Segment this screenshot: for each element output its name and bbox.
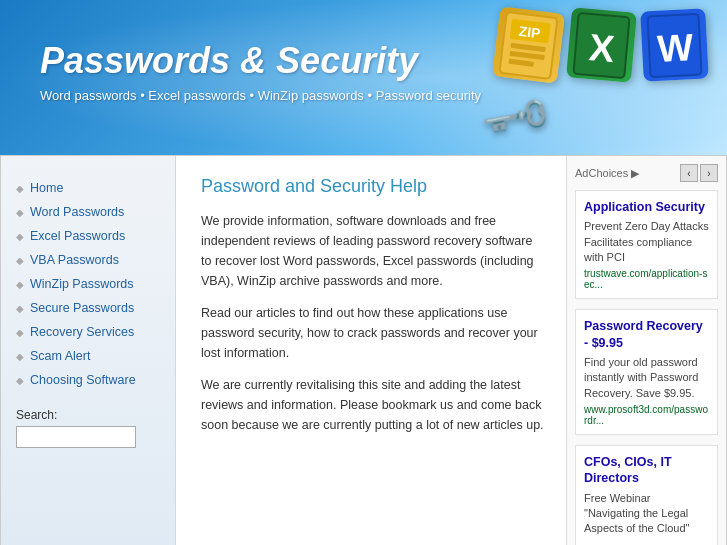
adchoices-bar: AdChoices ▶ ‹ › <box>575 164 718 182</box>
site-subtitle: Word passwords • Excel passwords • WinZi… <box>40 88 481 103</box>
ad-sidebar: AdChoices ▶ ‹ › Application Security Pre… <box>566 156 726 545</box>
bullet-icon: ◆ <box>16 279 24 290</box>
site-title: Passwords & Security <box>40 40 481 82</box>
bullet-icon: ◆ <box>16 255 24 266</box>
zip-icon: ZIP <box>492 6 565 83</box>
sidebar-nav: ◆ Home ◆ Word Passwords ◆ Excel Password… <box>16 176 165 392</box>
word-icon: W <box>640 8 709 81</box>
sidebar-item-choosing-software[interactable]: ◆ Choosing Software <box>16 368 165 392</box>
search-input[interactable] <box>16 426 136 448</box>
svg-text:ZIP: ZIP <box>518 22 542 41</box>
content-paragraph-2: Read our articles to find out how these … <box>201 303 546 363</box>
main-content: Password and Security Help We provide in… <box>176 156 566 545</box>
bullet-icon: ◆ <box>16 183 24 194</box>
sidebar-item-recovery-services[interactable]: ◆ Recovery Services <box>16 320 165 344</box>
sidebar-link-choosing-software[interactable]: Choosing Software <box>30 373 136 387</box>
ad-url-1: trustwave.com/application-sec... <box>584 268 709 290</box>
sidebar-item-word-passwords[interactable]: ◆ Word Passwords <box>16 200 165 224</box>
ad-desc-1: Prevent Zero Day Attacks Facilitates com… <box>584 219 709 265</box>
sidebar-link-winzip-passwords[interactable]: WinZip Passwords <box>30 277 134 291</box>
sidebar-link-secure-passwords[interactable]: Secure Passwords <box>30 301 134 315</box>
ad-desc-3: Free Webinar "Navigating the Legal Aspec… <box>584 491 709 537</box>
bullet-icon: ◆ <box>16 327 24 338</box>
ad-block-2: Password Recovery - $9.95 Find your old … <box>575 309 718 435</box>
sidebar-link-vba-passwords[interactable]: VBA Passwords <box>30 253 119 267</box>
site-header: Passwords & Security Word passwords • Ex… <box>0 0 727 155</box>
svg-text:X: X <box>587 26 617 70</box>
ad-nav-buttons: ‹ › <box>680 164 718 182</box>
sidebar-item-winzip-passwords[interactable]: ◆ WinZip Passwords <box>16 272 165 296</box>
sidebar-link-home[interactable]: Home <box>30 181 63 195</box>
ad-desc-2: Find your old password instantly with Pa… <box>584 355 709 401</box>
header-text-block: Passwords & Security Word passwords • Ex… <box>40 40 481 103</box>
sidebar-link-excel-passwords[interactable]: Excel Passwords <box>30 229 125 243</box>
svg-text:W: W <box>656 26 694 70</box>
bullet-icon: ◆ <box>16 351 24 362</box>
ad-prev-button[interactable]: ‹ <box>680 164 698 182</box>
ad-block-3: CFOs, CIOs, IT Directors Free Webinar "N… <box>575 445 718 545</box>
bullet-icon: ◆ <box>16 303 24 314</box>
ad-title-1[interactable]: Application Security <box>584 199 709 215</box>
excel-icon: X <box>566 7 637 82</box>
search-section: Search: <box>16 408 165 448</box>
ad-block-1: Application Security Prevent Zero Day At… <box>575 190 718 299</box>
sidebar: ◆ Home ◆ Word Passwords ◆ Excel Password… <box>1 156 176 545</box>
header-icons: ZIP X W <box>496 10 707 80</box>
ad-title-3[interactable]: CFOs, CIOs, IT Directors <box>584 454 709 487</box>
bullet-icon: ◆ <box>16 375 24 386</box>
sidebar-link-scam-alert[interactable]: Scam Alert <box>30 349 90 363</box>
ad-next-button[interactable]: › <box>700 164 718 182</box>
search-label: Search: <box>16 408 165 422</box>
content-paragraph-1: We provide information, software downloa… <box>201 211 546 291</box>
ad-title-2[interactable]: Password Recovery - $9.95 <box>584 318 709 351</box>
sidebar-item-excel-passwords[interactable]: ◆ Excel Passwords <box>16 224 165 248</box>
sidebar-item-home[interactable]: ◆ Home <box>16 176 165 200</box>
sidebar-link-recovery-services[interactable]: Recovery Services <box>30 325 134 339</box>
sidebar-item-scam-alert[interactable]: ◆ Scam Alert <box>16 344 165 368</box>
sidebar-link-word-passwords[interactable]: Word Passwords <box>30 205 124 219</box>
main-wrapper: ◆ Home ◆ Word Passwords ◆ Excel Password… <box>0 155 727 545</box>
bullet-icon: ◆ <box>16 207 24 218</box>
content-paragraph-3: We are currently revitalising this site … <box>201 375 546 435</box>
adchoices-label: AdChoices ▶ <box>575 167 639 180</box>
ad-url-2: www.prosoft3d.com/passwordr... <box>584 404 709 426</box>
bullet-icon: ◆ <box>16 231 24 242</box>
content-title: Password and Security Help <box>201 176 546 197</box>
sidebar-item-secure-passwords[interactable]: ◆ Secure Passwords <box>16 296 165 320</box>
sidebar-item-vba-passwords[interactable]: ◆ VBA Passwords <box>16 248 165 272</box>
